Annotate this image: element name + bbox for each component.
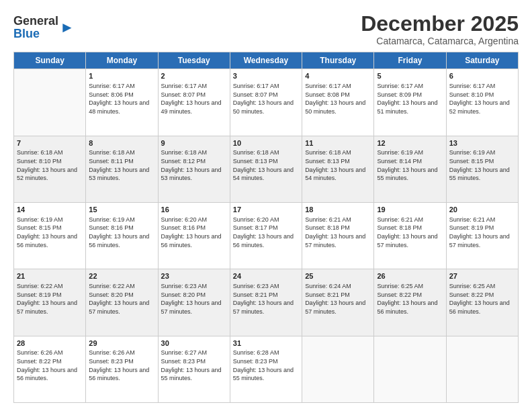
- table-row: 29Sunrise: 6:26 AMSunset: 8:23 PMDayligh…: [86, 336, 158, 402]
- day-number: 10: [233, 138, 299, 148]
- day-number: 4: [305, 71, 371, 81]
- table-row: 10Sunrise: 6:18 AMSunset: 8:13 PMDayligh…: [230, 136, 302, 202]
- calendar-week-row: 21Sunrise: 6:22 AMSunset: 8:19 PMDayligh…: [14, 269, 519, 336]
- day-number: 18: [305, 205, 371, 215]
- day-number: 11: [305, 138, 371, 148]
- cell-info: Sunrise: 6:25 AMSunset: 8:22 PMDaylight:…: [377, 282, 443, 316]
- table-row: 26Sunrise: 6:25 AMSunset: 8:22 PMDayligh…: [374, 269, 446, 336]
- cell-info: Sunrise: 6:24 AMSunset: 8:21 PMDaylight:…: [305, 282, 371, 316]
- cell-info: Sunrise: 6:23 AMSunset: 8:20 PMDaylight:…: [161, 282, 227, 316]
- cell-info: Sunrise: 6:17 AMSunset: 8:10 PMDaylight:…: [449, 82, 515, 116]
- day-number: 19: [377, 205, 443, 215]
- table-row: 23Sunrise: 6:23 AMSunset: 8:20 PMDayligh…: [158, 269, 230, 336]
- logo: General Blue ►: [13, 15, 75, 40]
- day-number: 8: [89, 138, 154, 148]
- calendar-table: Sunday Monday Tuesday Wednesday Thursday…: [13, 52, 519, 403]
- cell-info: Sunrise: 6:21 AMSunset: 8:18 PMDaylight:…: [377, 216, 443, 249]
- table-row: 5Sunrise: 6:17 AMSunset: 8:09 PMDaylight…: [374, 69, 446, 136]
- day-number: 17: [233, 205, 299, 215]
- cell-info: Sunrise: 6:17 AMSunset: 8:08 PMDaylight:…: [305, 82, 371, 116]
- calendar-week-row: 28Sunrise: 6:26 AMSunset: 8:22 PMDayligh…: [14, 336, 519, 402]
- table-row: 11Sunrise: 6:18 AMSunset: 8:13 PMDayligh…: [302, 136, 374, 202]
- cell-info: Sunrise: 6:17 AMSunset: 8:07 PMDaylight:…: [233, 82, 299, 116]
- table-row: [302, 336, 374, 402]
- table-row: 27Sunrise: 6:25 AMSunset: 8:22 PMDayligh…: [446, 269, 518, 336]
- calendar-header-row: Sunday Monday Tuesday Wednesday Thursday…: [14, 52, 519, 69]
- table-row: 25Sunrise: 6:24 AMSunset: 8:21 PMDayligh…: [302, 269, 374, 336]
- cell-info: Sunrise: 6:21 AMSunset: 8:18 PMDaylight:…: [305, 216, 371, 249]
- day-number: 14: [17, 205, 83, 215]
- day-number: 12: [377, 138, 443, 148]
- table-row: 2Sunrise: 6:17 AMSunset: 8:07 PMDaylight…: [158, 69, 230, 136]
- day-number: 28: [17, 338, 83, 349]
- calendar-week-row: 14Sunrise: 6:19 AMSunset: 8:15 PMDayligh…: [14, 202, 519, 269]
- table-row: 21Sunrise: 6:22 AMSunset: 8:19 PMDayligh…: [14, 269, 86, 336]
- table-row: 22Sunrise: 6:22 AMSunset: 8:20 PMDayligh…: [86, 269, 158, 336]
- day-number: 1: [89, 71, 154, 81]
- cell-info: Sunrise: 6:17 AMSunset: 8:09 PMDaylight:…: [377, 82, 443, 116]
- table-row: 31Sunrise: 6:28 AMSunset: 8:23 PMDayligh…: [230, 336, 302, 402]
- cell-info: Sunrise: 6:17 AMSunset: 8:07 PMDaylight:…: [161, 82, 227, 116]
- col-friday: Friday: [374, 52, 446, 69]
- table-row: 12Sunrise: 6:19 AMSunset: 8:14 PMDayligh…: [374, 136, 446, 202]
- cell-info: Sunrise: 6:22 AMSunset: 8:19 PMDaylight:…: [17, 282, 83, 316]
- page: General Blue ► December 2025 Catamarca, …: [0, 0, 532, 411]
- table-row: 15Sunrise: 6:19 AMSunset: 8:16 PMDayligh…: [86, 202, 158, 269]
- cell-info: Sunrise: 6:19 AMSunset: 8:15 PMDaylight:…: [449, 148, 515, 182]
- table-row: 8Sunrise: 6:18 AMSunset: 8:11 PMDaylight…: [86, 136, 158, 202]
- day-number: 9: [161, 138, 227, 148]
- cell-info: Sunrise: 6:18 AMSunset: 8:13 PMDaylight:…: [233, 148, 299, 182]
- cell-info: Sunrise: 6:23 AMSunset: 8:21 PMDaylight:…: [233, 282, 299, 316]
- day-number: 30: [161, 338, 227, 349]
- day-number: 6: [449, 71, 515, 81]
- table-row: 17Sunrise: 6:20 AMSunset: 8:17 PMDayligh…: [230, 202, 302, 269]
- cell-info: Sunrise: 6:19 AMSunset: 8:14 PMDaylight:…: [377, 148, 443, 182]
- table-row: 18Sunrise: 6:21 AMSunset: 8:18 PMDayligh…: [302, 202, 374, 269]
- logo-arrow-icon: ►: [60, 19, 75, 36]
- col-saturday: Saturday: [446, 52, 518, 69]
- day-number: 2: [161, 71, 227, 81]
- col-thursday: Thursday: [302, 52, 374, 69]
- cell-info: Sunrise: 6:28 AMSunset: 8:23 PMDaylight:…: [233, 349, 299, 382]
- table-row: 20Sunrise: 6:21 AMSunset: 8:19 PMDayligh…: [446, 202, 518, 269]
- cell-info: Sunrise: 6:26 AMSunset: 8:23 PMDaylight:…: [89, 349, 154, 382]
- col-wednesday: Wednesday: [230, 52, 302, 69]
- day-number: 5: [377, 71, 443, 81]
- table-row: 9Sunrise: 6:18 AMSunset: 8:12 PMDaylight…: [158, 136, 230, 202]
- cell-info: Sunrise: 6:20 AMSunset: 8:17 PMDaylight:…: [233, 216, 299, 249]
- location-subtitle: Catamarca, Catamarca, Argentina: [361, 36, 519, 46]
- table-row: [374, 336, 446, 402]
- cell-info: Sunrise: 6:21 AMSunset: 8:19 PMDaylight:…: [449, 216, 515, 249]
- day-number: 13: [449, 138, 515, 148]
- cell-info: Sunrise: 6:19 AMSunset: 8:15 PMDaylight:…: [17, 216, 83, 249]
- day-number: 27: [449, 271, 515, 281]
- cell-info: Sunrise: 6:26 AMSunset: 8:22 PMDaylight:…: [17, 349, 83, 382]
- day-number: 22: [89, 271, 154, 281]
- table-row: [446, 336, 518, 402]
- day-number: 3: [233, 71, 299, 81]
- day-number: 7: [17, 138, 83, 148]
- cell-info: Sunrise: 6:22 AMSunset: 8:20 PMDaylight:…: [89, 282, 154, 316]
- day-number: 23: [161, 271, 227, 281]
- table-row: 28Sunrise: 6:26 AMSunset: 8:22 PMDayligh…: [14, 336, 86, 402]
- table-row: [14, 69, 86, 136]
- table-row: 19Sunrise: 6:21 AMSunset: 8:18 PMDayligh…: [374, 202, 446, 269]
- month-title: December 2025: [361, 12, 519, 36]
- table-row: 24Sunrise: 6:23 AMSunset: 8:21 PMDayligh…: [230, 269, 302, 336]
- table-row: 30Sunrise: 6:27 AMSunset: 8:23 PMDayligh…: [158, 336, 230, 402]
- title-block: December 2025 Catamarca, Catamarca, Arge…: [361, 12, 519, 46]
- day-number: 25: [305, 271, 371, 281]
- day-number: 20: [449, 205, 515, 215]
- cell-info: Sunrise: 6:18 AMSunset: 8:10 PMDaylight:…: [17, 148, 83, 182]
- day-number: 16: [161, 205, 227, 215]
- calendar-week-row: 1Sunrise: 6:17 AMSunset: 8:06 PMDaylight…: [14, 69, 519, 136]
- header: General Blue ► December 2025 Catamarca, …: [13, 12, 519, 46]
- day-number: 31: [233, 338, 299, 349]
- col-monday: Monday: [86, 52, 158, 69]
- col-tuesday: Tuesday: [158, 52, 230, 69]
- table-row: 4Sunrise: 6:17 AMSunset: 8:08 PMDaylight…: [302, 69, 374, 136]
- table-row: 14Sunrise: 6:19 AMSunset: 8:15 PMDayligh…: [14, 202, 86, 269]
- cell-info: Sunrise: 6:18 AMSunset: 8:11 PMDaylight:…: [89, 148, 154, 182]
- logo-blue-text: Blue: [13, 27, 40, 40]
- day-number: 15: [89, 205, 154, 215]
